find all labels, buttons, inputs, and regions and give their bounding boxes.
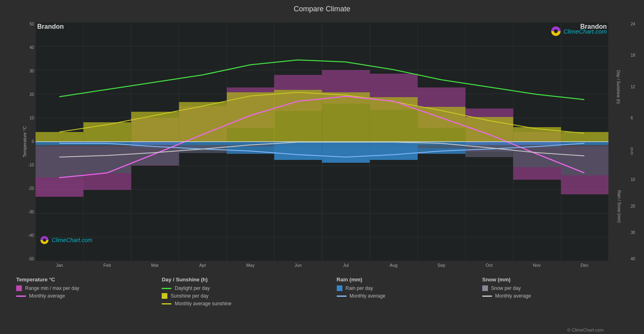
svg-rect-77 bbox=[561, 145, 608, 175]
swatch-rain bbox=[337, 285, 342, 291]
svg-rect-44 bbox=[131, 112, 179, 142]
watermark-text-tr: ClimeChart.com bbox=[563, 28, 607, 35]
legend-item-sunshine-bar: Sunshine per day bbox=[162, 293, 336, 299]
svg-rect-43 bbox=[83, 122, 131, 142]
legend-item-sunshine-avg: Monthly average sunshine bbox=[162, 301, 336, 306]
legend-item-daylight: Daylight per day bbox=[162, 285, 336, 291]
svg-rect-52 bbox=[513, 127, 561, 142]
legend-item-temp-avg: Monthly average bbox=[16, 293, 162, 299]
x-label-apr: Apr bbox=[179, 261, 226, 273]
swatch-snow-avg bbox=[482, 296, 492, 297]
svg-rect-49 bbox=[370, 97, 418, 142]
legend-group-sunshine: Day / Sunshine (h) Daylight per day Suns… bbox=[162, 277, 336, 306]
swatch-snow bbox=[482, 285, 488, 291]
legend-item-snow-bar: Snow per day bbox=[482, 285, 628, 291]
chart-svg bbox=[36, 22, 608, 261]
legend-item-rain-avg: Monthly average bbox=[337, 293, 482, 299]
legend-title-temp: Temperature °C bbox=[16, 277, 162, 283]
y-right-bottom-axis: 0 10 20 30 40 Rain / Snow (mm) bbox=[608, 151, 636, 261]
y-right-top-axis: 24 18 12 6 0 Day / Sunshine (h) bbox=[608, 22, 636, 151]
x-axis: Jan Feb Mar Apr May Jun Jul Aug Sep Oct … bbox=[36, 261, 608, 273]
swatch-temp-range bbox=[16, 285, 22, 291]
x-label-aug: Aug bbox=[370, 261, 418, 273]
y-left-title: Temperature °C bbox=[22, 126, 27, 157]
svg-rect-72 bbox=[322, 145, 370, 145]
svg-rect-42 bbox=[36, 132, 83, 142]
watermark-top-right: ClimeChart.com bbox=[550, 26, 607, 37]
svg-rect-67 bbox=[83, 145, 131, 173]
x-label-oct: Oct bbox=[465, 261, 513, 273]
svg-point-1 bbox=[43, 238, 46, 242]
svg-rect-48 bbox=[322, 92, 370, 142]
x-label-feb: Feb bbox=[83, 261, 131, 273]
legend-item-rain-bar: Rain per day bbox=[337, 285, 482, 291]
svg-rect-53 bbox=[561, 132, 608, 142]
legend-title-rain: Rain (mm) bbox=[337, 277, 482, 283]
svg-rect-66 bbox=[36, 145, 83, 177]
legend-item-snow-avg: Monthly average bbox=[482, 293, 628, 299]
x-label-sep: Sep bbox=[418, 261, 465, 273]
svg-rect-74 bbox=[418, 145, 465, 148]
x-label-nov: Nov bbox=[513, 261, 561, 273]
svg-rect-75 bbox=[465, 145, 513, 157]
x-label-jul: Jul bbox=[322, 261, 370, 273]
svg-rect-61 bbox=[370, 142, 418, 160]
main-container: Compare Climate Temperature °C 50 40 30 … bbox=[0, 0, 644, 334]
x-label-jun: Jun bbox=[274, 261, 322, 273]
swatch-temp-avg bbox=[16, 296, 26, 297]
swatch-sunshine bbox=[162, 293, 167, 299]
legend-title-snow: Snow (mm) bbox=[482, 277, 628, 283]
legend-group-snow: Snow (mm) Snow per day Monthly average bbox=[482, 277, 628, 306]
legend-area: Temperature °C Range min / max per day M… bbox=[0, 273, 644, 334]
legend-row: Temperature °C Range min / max per day M… bbox=[16, 277, 628, 306]
swatch-daylight bbox=[162, 288, 171, 289]
watermark-bottom-left: ClimeChart.com bbox=[40, 235, 92, 245]
svg-point-3 bbox=[554, 29, 558, 33]
legend-item-temp-range: Range min / max per day bbox=[16, 285, 162, 291]
y-left-ticks: 50 40 30 20 10 0 -10 -20 -30 -40 -50 bbox=[28, 22, 34, 261]
swatch-sunshine-avg bbox=[162, 303, 171, 304]
chart-plot-area: Brandon Brandon ClimeChart.com ClimeChar… bbox=[36, 22, 608, 261]
svg-rect-47 bbox=[274, 90, 322, 142]
copyright: © ClimeChart.com bbox=[16, 328, 628, 334]
legend-title-sunshine: Day / Sunshine (h) bbox=[162, 277, 336, 283]
location-label-left: Brandon bbox=[37, 23, 64, 30]
svg-rect-59 bbox=[274, 142, 322, 160]
x-label-jan: Jan bbox=[36, 261, 83, 273]
svg-rect-71 bbox=[274, 145, 322, 145]
x-label-may: May bbox=[226, 261, 274, 273]
svg-rect-73 bbox=[370, 145, 418, 145]
legend-group-rain: Rain (mm) Rain per day Monthly average bbox=[337, 277, 482, 306]
swatch-rain-avg bbox=[337, 296, 346, 297]
x-label-dec: Dec bbox=[561, 261, 608, 273]
svg-rect-68 bbox=[131, 145, 179, 165]
x-label-mar: Mar bbox=[131, 261, 179, 273]
svg-rect-76 bbox=[513, 145, 561, 167]
chart-title: Compare Climate bbox=[0, 0, 644, 15]
legend-group-temperature: Temperature °C Range min / max per day M… bbox=[16, 277, 162, 306]
svg-rect-60 bbox=[322, 142, 370, 163]
svg-rect-45 bbox=[179, 102, 227, 142]
